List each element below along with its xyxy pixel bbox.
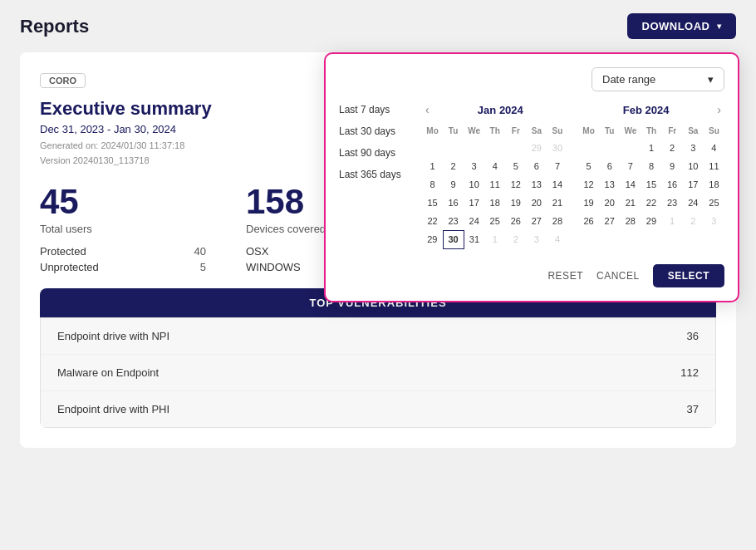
calendar-day[interactable]: 13 bbox=[599, 175, 620, 194]
calendar-day[interactable]: 21 bbox=[547, 194, 567, 212]
calendar-day[interactable]: 8 bbox=[422, 175, 443, 194]
calendar-day[interactable]: 7 bbox=[620, 157, 641, 175]
calendar-day[interactable]: 2 bbox=[662, 139, 683, 157]
calendar-feb: Feb 2024 › Mo Tu We Th bbox=[578, 101, 724, 249]
calendar-day bbox=[620, 139, 641, 157]
vuln-name-2: Malware on Endpoint bbox=[57, 366, 159, 379]
col-th: Th bbox=[641, 125, 661, 139]
calendar-day[interactable]: 9 bbox=[662, 157, 683, 175]
calendar-day[interactable]: 22 bbox=[641, 194, 661, 212]
calendar-day[interactable]: 28 bbox=[620, 212, 641, 230]
osx-label: OSX bbox=[246, 245, 268, 258]
calendar-day[interactable]: 3 bbox=[683, 139, 704, 157]
calendar-day[interactable]: 23 bbox=[662, 194, 683, 212]
select-button[interactable]: SELECT bbox=[653, 264, 724, 287]
calendar-day[interactable]: 20 bbox=[526, 194, 547, 212]
calendar-day[interactable]: 26 bbox=[578, 212, 599, 230]
reset-button[interactable]: RESET bbox=[547, 270, 583, 282]
calendar-day[interactable]: 8 bbox=[641, 157, 661, 175]
calendar-day: 1 bbox=[662, 212, 683, 230]
calendar-day[interactable]: 29 bbox=[641, 212, 661, 230]
quick-option-365days[interactable]: Last 365 days bbox=[339, 166, 412, 183]
unprotected-label: Unprotected bbox=[40, 261, 99, 273]
calendar-day[interactable]: 14 bbox=[620, 175, 641, 194]
calendar-day[interactable]: 12 bbox=[578, 175, 599, 194]
calendar-day: 2 bbox=[505, 230, 526, 248]
calendar-day: 4 bbox=[547, 230, 567, 248]
calendar-day bbox=[422, 139, 443, 157]
calendar-day[interactable]: 4 bbox=[704, 139, 724, 157]
calendar-day[interactable]: 29 bbox=[422, 230, 443, 248]
calendar-day[interactable]: 27 bbox=[599, 212, 620, 230]
calendar-day bbox=[464, 139, 484, 157]
date-range-label: Date range bbox=[602, 73, 655, 86]
calendar-day[interactable]: 12 bbox=[505, 175, 526, 194]
vuln-name-3: Endpoint drive with PHI bbox=[57, 403, 169, 415]
cal-prev-button[interactable]: ‹ bbox=[422, 101, 433, 118]
calendar-day[interactable]: 23 bbox=[443, 212, 464, 230]
calendar-day[interactable]: 22 bbox=[422, 212, 443, 230]
col-su: Su bbox=[547, 125, 567, 139]
vuln-name-1: Endpoint drive with NPI bbox=[57, 330, 169, 342]
calendar-day[interactable]: 30 bbox=[443, 230, 464, 248]
calendar-day bbox=[599, 139, 620, 157]
calendar-day[interactable]: 5 bbox=[578, 157, 599, 175]
calendar-day[interactable]: 6 bbox=[599, 157, 620, 175]
calendar-day[interactable]: 17 bbox=[683, 175, 704, 194]
calendar-day[interactable]: 20 bbox=[599, 194, 620, 212]
col-sa: Sa bbox=[683, 125, 704, 139]
unprotected-value: 5 bbox=[200, 261, 206, 273]
calendar-day[interactable]: 21 bbox=[620, 194, 641, 212]
calendar-day[interactable]: 10 bbox=[464, 175, 484, 194]
calendar-day: 2 bbox=[683, 212, 704, 230]
calendar-day[interactable]: 26 bbox=[505, 212, 526, 230]
calendar-day[interactable]: 14 bbox=[547, 175, 567, 194]
total-users-number: 45 bbox=[40, 184, 206, 219]
quick-option-7days[interactable]: Last 7 days bbox=[339, 101, 412, 118]
calendar-day[interactable]: 25 bbox=[704, 194, 724, 212]
calendar-day[interactable]: 19 bbox=[578, 194, 599, 212]
calendar-day[interactable]: 27 bbox=[526, 212, 547, 230]
calendar-day[interactable]: 1 bbox=[641, 139, 661, 157]
date-range-dropdown[interactable]: Date range ▾ bbox=[592, 67, 724, 91]
calendar-day[interactable]: 2 bbox=[443, 157, 464, 175]
calendar-day[interactable]: 18 bbox=[484, 194, 505, 212]
calendar-day[interactable]: 25 bbox=[484, 212, 505, 230]
calendar-day[interactable]: 18 bbox=[704, 175, 724, 194]
calendar-day[interactable]: 19 bbox=[505, 194, 526, 212]
calendar-day[interactable]: 24 bbox=[683, 194, 704, 212]
quick-option-90days[interactable]: Last 90 days bbox=[339, 145, 412, 161]
calendar-day[interactable]: 13 bbox=[526, 175, 547, 194]
calendar-day[interactable]: 5 bbox=[505, 157, 526, 175]
calendar-day[interactable]: 31 bbox=[464, 230, 484, 248]
col-th: Th bbox=[484, 125, 505, 139]
col-mo: Mo bbox=[578, 125, 599, 139]
calendar-day[interactable]: 7 bbox=[547, 157, 567, 175]
user-details: Protected 40 Unprotected 5 bbox=[40, 243, 206, 275]
calendar-day[interactable]: 15 bbox=[641, 175, 661, 194]
cancel-button[interactable]: CANCEL bbox=[596, 270, 640, 282]
page-title: Reports bbox=[20, 16, 89, 37]
cal-feb-header: Feb 2024 › bbox=[578, 101, 724, 118]
calendar-day[interactable]: 28 bbox=[547, 212, 567, 230]
calendar-day[interactable]: 9 bbox=[443, 175, 464, 194]
calendar-day[interactable]: 17 bbox=[464, 194, 484, 212]
calendar-day[interactable]: 10 bbox=[683, 157, 704, 175]
calendar-day[interactable]: 16 bbox=[443, 194, 464, 212]
download-button[interactable]: DOWNLOAD ▾ bbox=[627, 13, 737, 39]
calendar-day bbox=[443, 139, 464, 157]
calendar-day[interactable]: 24 bbox=[464, 212, 484, 230]
col-sa: Sa bbox=[526, 125, 547, 139]
calendar-day[interactable]: 6 bbox=[526, 157, 547, 175]
calendar-day[interactable]: 11 bbox=[484, 175, 505, 194]
calendar-day[interactable]: 15 bbox=[422, 194, 443, 212]
cal-jan-title: Jan 2024 bbox=[433, 104, 568, 116]
calendar-day[interactable]: 1 bbox=[422, 157, 443, 175]
cal-feb-title: Feb 2024 bbox=[578, 104, 714, 116]
calendar-day[interactable]: 4 bbox=[484, 157, 505, 175]
cal-next-button[interactable]: › bbox=[714, 101, 724, 118]
quick-option-30days[interactable]: Last 30 days bbox=[339, 123, 412, 140]
calendar-day[interactable]: 3 bbox=[464, 157, 484, 175]
calendar-day[interactable]: 11 bbox=[704, 157, 724, 175]
calendar-day[interactable]: 16 bbox=[662, 175, 683, 194]
